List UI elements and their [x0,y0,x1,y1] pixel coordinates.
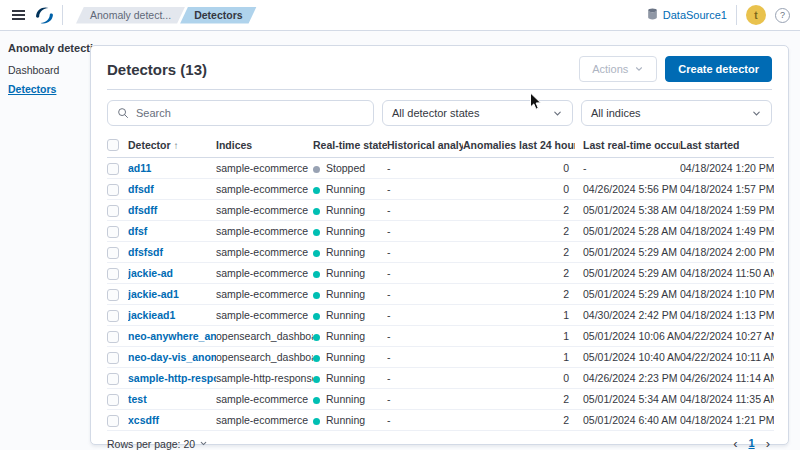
state-dot-icon [313,397,320,404]
prev-page-button[interactable]: ‹ [731,437,739,450]
cell-historical-analysis: - [387,284,463,305]
create-detector-button[interactable]: Create detector [665,56,772,82]
actions-button[interactable]: Actions [579,56,657,82]
row-checkbox[interactable] [107,331,119,343]
pagination: ‹ 1 › [731,437,772,450]
detector-link[interactable]: dfsdf [128,183,154,195]
sidebar-item-detectors[interactable]: Detectors [8,83,82,95]
detector-link[interactable]: dfsf [128,225,147,237]
table-row[interactable]: dfsf sample-ecommerce Running - 2 05/01/… [107,221,774,242]
table-row[interactable]: dfsdff sample-ecommerce Running - 2 05/0… [107,200,774,221]
cell-last-started: 04/18/2024 1:57 PM [680,179,774,200]
table-row[interactable]: neo-day-vis_anomaly_... opensearch_dashb… [107,347,774,368]
search-input[interactable] [136,107,364,119]
avatar[interactable]: t [746,5,766,25]
detector-link[interactable]: ad11 [128,162,151,174]
column-header-realtime-state[interactable]: Real-time state [313,135,387,158]
row-checkbox[interactable] [107,373,119,385]
row-checkbox[interactable] [107,163,119,175]
column-header-historical-analysis[interactable]: Historical analysis [387,135,463,158]
select-all-checkbox[interactable] [107,139,119,151]
sidebar-item-dashboard[interactable]: Dashboard [8,64,82,76]
detector-link[interactable]: jackie-ad [128,267,173,279]
table-row[interactable]: neo-anywhere_anomal... opensearch_dashbo… [107,326,774,347]
state-label: Running [326,351,365,363]
cell-historical-analysis: - [387,305,463,326]
cell-indices: sample-http-responses [216,368,313,389]
state-dot-icon [313,292,320,299]
detector-link[interactable]: sample-http-response... [128,372,216,384]
state-label: Running [326,183,365,195]
row-checkbox[interactable] [107,310,119,322]
table-row[interactable]: jackie-ad1 sample-ecommerce Running - 2 … [107,284,774,305]
row-checkbox[interactable] [107,352,119,364]
panel-divider [107,89,772,90]
breadcrumb-anomaly-detection[interactable]: Anomaly detect... [76,7,185,24]
cell-last-started: 04/18/2024 1:21 PM [680,410,774,431]
state-dot-icon [313,271,320,278]
detectors-table: Detector ↑ Indices Real-time state Histo… [107,135,774,431]
cell-last-started: 04/18/2024 1:10 PM [680,284,774,305]
detector-link[interactable]: test [128,393,147,405]
sidebar-title: Anomaly detection [8,42,82,54]
row-checkbox[interactable] [107,184,119,196]
header-divider [736,5,737,25]
detector-link[interactable]: jackiead1 [128,309,175,321]
state-label: Running [326,309,365,321]
cell-indices: sample-ecommerce [216,158,313,179]
menu-icon[interactable] [10,7,27,23]
row-checkbox[interactable] [107,247,119,259]
state-label: Running [326,246,365,258]
cell-last-started: 04/18/2024 11:50 AM [680,263,774,284]
detector-link[interactable]: jackie-ad1 [128,288,179,300]
row-checkbox[interactable] [107,394,119,406]
row-checkbox[interactable] [107,268,119,280]
opensearch-logo[interactable] [36,7,53,24]
cell-last-started: 04/18/2024 1:13 PM [680,305,774,326]
rows-per-page-button[interactable]: Rows per page: 20 [107,438,208,450]
row-checkbox[interactable] [107,415,119,427]
cell-indices: sample-ecommerce [216,389,313,410]
filter-bar: All detector states All indices [107,100,772,126]
cell-indices: opensearch_dashboard... [216,326,313,347]
table-row[interactable]: ad11 sample-ecommerce Stopped - 0 - 04/1… [107,158,774,179]
state-dot-icon [313,376,320,383]
column-header-anomalies[interactable]: Anomalies last 24 hours [463,135,575,158]
detector-link[interactable]: xcsdff [128,414,159,426]
row-checkbox[interactable] [107,289,119,301]
table-row[interactable]: jackie-ad sample-ecommerce Running - 2 0… [107,263,774,284]
page-number-1[interactable]: 1 [747,438,757,449]
cell-last-started: 04/18/2024 1:20 PM [680,158,774,179]
row-checkbox[interactable] [107,226,119,238]
state-dot-icon [313,313,320,320]
cell-indices: sample-ecommerce [216,242,313,263]
cell-historical-analysis: - [387,326,463,347]
cell-realtime-state: Running [313,326,387,347]
row-checkbox[interactable] [107,205,119,217]
column-header-last-occurrence[interactable]: Last real-time occurrence [575,135,680,158]
help-icon[interactable]: ? [775,8,790,23]
detector-link[interactable]: neo-day-vis_anomaly_... [128,351,216,363]
table-row[interactable]: dfsfsdf sample-ecommerce Running - 2 05/… [107,242,774,263]
table-row[interactable]: xcsdff sample-ecommerce Running - 2 05/0… [107,410,774,431]
column-header-detector[interactable]: Detector ↑ [128,135,216,158]
cell-indices: sample-ecommerce [216,284,313,305]
column-header-detector-label: Detector [128,139,171,151]
column-header-indices[interactable]: Indices [216,135,313,158]
breadcrumb-detectors[interactable]: Detectors [180,7,256,24]
cell-last-occurrence: 05/01/2024 5:28 AM [575,221,680,242]
index-filter[interactable]: All indices [581,100,772,126]
datasource-selector[interactable]: DataSource1 [647,8,727,22]
column-header-last-started[interactable]: Last started [680,135,774,158]
detector-state-filter[interactable]: All detector states [382,100,573,126]
table-row[interactable]: sample-http-response... sample-http-resp… [107,368,774,389]
next-page-button[interactable]: › [764,437,772,450]
table-row[interactable]: dfsdf sample-ecommerce Running - 0 04/26… [107,179,774,200]
cell-anomalies: 2 [463,200,575,221]
detector-link[interactable]: dfsdff [128,204,157,216]
table-row[interactable]: test sample-ecommerce Running - 2 05/01/… [107,389,774,410]
panel-header: Detectors (13) Actions Create detector [107,46,772,89]
detector-link[interactable]: dfsfsdf [128,246,163,258]
table-row[interactable]: jackiead1 sample-ecommerce Running - 1 0… [107,305,774,326]
detector-link[interactable]: neo-anywhere_anomal... [128,330,216,342]
